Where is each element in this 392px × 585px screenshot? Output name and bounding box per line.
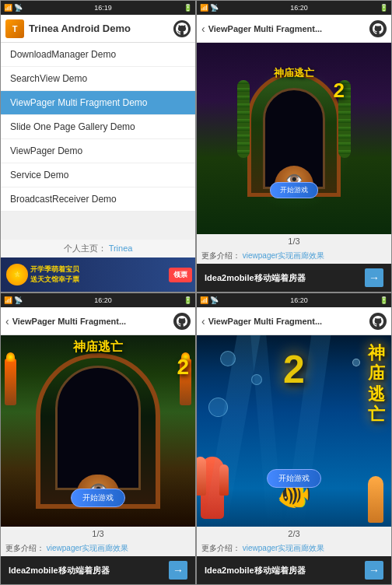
status-icons: 📶 📡 <box>200 4 219 12</box>
wifi-icon-tr: 📡 <box>210 4 219 12</box>
menu-item-service[interactable]: Service Demo <box>1 163 195 187</box>
time-top-left: 16:19 <box>94 4 112 12</box>
bottom-bar-bl: Idea2mobile移动端着房器 → <box>1 556 195 584</box>
bottom-bar-label-br: Idea2mobile移动端着房器 <box>205 565 306 576</box>
menu-footer: 个人主页： Trinea <box>1 240 195 257</box>
bottom-bar-tr: Idea2mobile移动端着房器 → <box>197 264 391 292</box>
big-num-bl: 2 <box>177 355 189 380</box>
ad-banner[interactable]: ⭐ 开学季萌着宝贝 送天文馆幸子票 领票 <box>1 257 195 292</box>
menu-item-search[interactable]: SearchView Demo <box>1 67 195 91</box>
game-title-cn-tr: 神庙逃亡 <box>274 66 314 80</box>
battery-icon-bl: 🔋 <box>184 296 192 304</box>
status-icons-br: 📶 📡 <box>200 296 219 304</box>
status-icons-bl: 📶 📡 <box>4 296 23 304</box>
viewpager-panel-bottom-left: 📶 📡 16:20 🔋 ‹ ViewPager Multi Fragment..… <box>0 292 196 585</box>
screen-grid: 📶 📡 16:19 🔋 T Trinea Android Demo Downlo… <box>0 0 392 585</box>
vp-title-tr: ViewPager Multi Fragment... <box>208 24 366 33</box>
time-top-right: 16:20 <box>290 4 308 12</box>
ad-text-container: 开学季萌着宝贝 送天文馆幸子票 <box>30 264 169 285</box>
time-br: 16:20 <box>290 296 308 304</box>
page-indicator-bl: 1/3 <box>1 527 195 541</box>
game-image-bl: 👁️ 神庙逃亡 2 开始游戏 <box>1 335 195 527</box>
app-title: Trinea Android Demo <box>29 23 169 34</box>
time-bl: 16:20 <box>94 296 112 304</box>
arrow-right-tr[interactable]: → <box>365 268 383 287</box>
status-bar-br: 📶 📡 16:20 🔋 <box>197 293 391 307</box>
more-info-tr: 更多介绍： viewpager实现画廊效果 <box>197 248 391 264</box>
bottom-bar-br: Idea2mobile移动端着房器 → <box>197 556 391 584</box>
back-arrow-bl[interactable]: ‹ <box>5 315 9 328</box>
viewpager-panel-bottom-right: 📶 📡 16:20 🔋 ‹ ViewPager Multi Fragment..… <box>196 292 392 585</box>
vp-app-bar-bl: ‹ ViewPager Multi Fragment... <box>1 307 195 335</box>
github-icon[interactable] <box>173 20 191 37</box>
signal-icon: 📶 <box>4 4 12 12</box>
more-info-link-tr[interactable]: viewpager实现画廊效果 <box>243 251 325 260</box>
battery-icon: 🔋 <box>184 4 192 12</box>
temple-art-tr: 👁️ 神庙逃亡 2 开始游戏 <box>236 65 352 212</box>
back-arrow-icon[interactable]: ‹ <box>201 23 205 35</box>
signal-icon-tr: 📶 <box>200 4 208 12</box>
coral-right <box>368 476 383 523</box>
game-num-tr: 2 <box>334 79 345 103</box>
arch-main: 👁️ <box>247 72 341 197</box>
vp-app-bar-br: ‹ ViewPager Multi Fragment... <box>197 307 391 335</box>
flame-left <box>6 352 15 362</box>
bottom-bar-label-tr: Idea2mobile移动端着房器 <box>205 272 306 284</box>
arrow-right-br[interactable]: → <box>365 561 383 580</box>
menu-item-viewpager-multi[interactable]: ViewPager Multi Fragment Demo <box>1 91 195 115</box>
more-info-link-br[interactable]: viewpager实现画廊效果 <box>243 544 325 552</box>
ocean-num-br: 2 <box>283 347 305 392</box>
wifi-icon-br: 📡 <box>210 296 219 304</box>
game-image-br: 神庙逃亡 2 🐠 开始游戏 <box>197 335 391 527</box>
battery-bl: 🔋 <box>184 296 192 304</box>
menu-item-broadcast[interactable]: BroadcastReceiver Demo <box>1 187 195 212</box>
arrow-right-bl[interactable]: → <box>169 561 187 580</box>
big-arch-bl: 👁️ <box>36 353 160 509</box>
vp-app-bar-tr: ‹ ViewPager Multi Fragment... <box>197 15 391 43</box>
ad-cta-button[interactable]: 领票 <box>169 268 192 282</box>
github-icon-tr[interactable] <box>369 20 387 37</box>
menu-item-slide[interactable]: Slide One Page Gallery Demo <box>1 115 195 139</box>
more-info-bl: 更多介绍： viewpager实现画廊效果 <box>1 541 195 556</box>
menu-item-download[interactable]: DownloadManager Demo <box>1 43 195 67</box>
torch-left <box>5 359 16 405</box>
github-icon-bl[interactable] <box>173 313 191 330</box>
bottom-bar-label-bl: Idea2mobile移动端着房器 <box>9 565 110 576</box>
wifi-icon: 📡 <box>14 4 23 12</box>
page-indicator-tr: 1/3 <box>197 234 391 248</box>
trinea-link[interactable]: Trinea <box>109 243 133 253</box>
back-arrow-br[interactable]: ‹ <box>201 315 205 328</box>
game-bg-left: 👁️ 神庙逃亡 2 开始游戏 <box>1 335 195 527</box>
game-image-tr: 👁️ 神庙逃亡 2 开始游戏 <box>197 43 391 234</box>
light-ray-1 <box>203 335 260 527</box>
menu-panel: 📶 📡 16:19 🔋 T Trinea Android Demo Downlo… <box>0 0 196 292</box>
big-play-btn-bl[interactable]: 开始游戏 <box>71 489 125 507</box>
ad-star: ⭐ <box>6 264 28 285</box>
vp-title-bl: ViewPager Multi Fragment... <box>12 317 170 326</box>
viewpager-panel-top-right: 📶 📡 16:20 🔋 ‹ ViewPager Multi Fragment..… <box>196 0 392 292</box>
signal-icon-bl: 📶 <box>4 296 12 304</box>
battery-br: 🔋 <box>380 296 388 304</box>
wifi-icon-bl: 📡 <box>14 296 23 304</box>
trinea-logo: T <box>5 19 24 38</box>
bubble-4 <box>352 359 360 366</box>
battery-icon-tr: 🔋 <box>380 4 388 12</box>
battery-icon-br: 🔋 <box>380 296 388 304</box>
ad-text-2: 送天文馆幸子票 <box>30 275 169 285</box>
menu-item-viewpager[interactable]: ViewPager Demo <box>1 139 195 163</box>
app-bar: T Trinea Android Demo <box>1 15 195 43</box>
status-bar-top-right: 📶 📡 16:20 🔋 <box>197 1 391 15</box>
more-info-br: 更多介绍： viewpager实现画廊效果 <box>197 541 391 556</box>
signal-icon-br: 📶 <box>200 296 208 304</box>
play-button-tr[interactable]: 开始游戏 <box>270 182 318 198</box>
github-icon-br[interactable] <box>369 313 387 330</box>
more-info-link-bl[interactable]: viewpager实现画廊效果 <box>47 544 129 552</box>
ocean-title: 神庙逃亡 <box>368 343 385 426</box>
battery-icons-tr: 🔋 <box>380 4 388 12</box>
status-icons-left: 📶 📡 <box>4 4 23 12</box>
play-btn-br[interactable]: 开始游戏 <box>267 469 321 488</box>
big-game-title-bl: 神庙逃亡 <box>73 339 123 356</box>
ad-text-1: 开学季萌着宝贝 <box>30 264 169 275</box>
status-bar-bl: 📶 📡 16:20 🔋 <box>1 293 195 307</box>
status-bar-top-left: 📶 📡 16:19 🔋 <box>1 1 195 15</box>
